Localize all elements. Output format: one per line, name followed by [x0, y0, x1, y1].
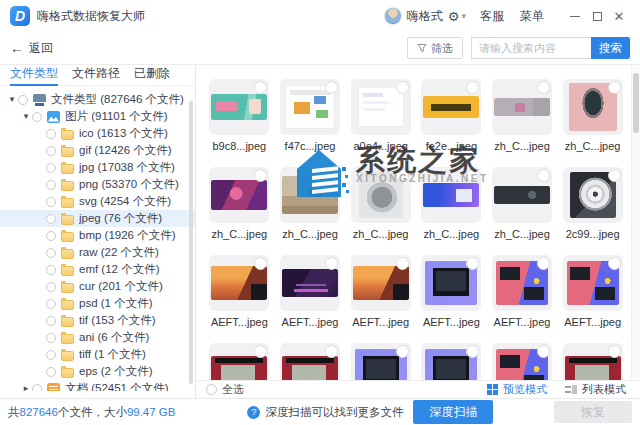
tree-item[interactable]: bmp (1926 个文件)	[0, 227, 195, 244]
file-radio-button[interactable]	[396, 257, 409, 270]
file-card[interactable]	[421, 255, 481, 311]
file-radio-button[interactable]	[466, 169, 479, 182]
tree-radio-button[interactable]	[46, 299, 56, 309]
file-card[interactable]	[351, 255, 411, 311]
back-button[interactable]: ← 返回	[10, 40, 53, 57]
file-card[interactable]	[492, 79, 552, 135]
file-radio-button[interactable]	[537, 169, 550, 182]
file-card[interactable]	[421, 79, 481, 135]
tree-radio-button[interactable]	[46, 265, 56, 275]
file-radio-button[interactable]	[537, 257, 550, 270]
tree-item[interactable]: gif (12426 个文件)	[0, 142, 195, 159]
tree-item[interactable]: cur (201 个文件)	[0, 278, 195, 295]
minimize-button[interactable]	[564, 6, 586, 26]
tree-item[interactable]: tif (153 个文件)	[0, 312, 195, 329]
tree-item[interactable]: jpeg (76 个文件)	[0, 210, 195, 227]
expand-right-icon[interactable]: ▸	[20, 384, 32, 391]
file-card[interactable]	[351, 79, 411, 135]
file-card[interactable]	[209, 79, 269, 135]
search-input[interactable]	[471, 37, 591, 59]
sidebar-scrollbar[interactable]	[189, 101, 193, 384]
tree-radio-button[interactable]	[46, 146, 56, 156]
tree-item[interactable]: ico (1613 个文件)	[0, 125, 195, 142]
file-card[interactable]	[492, 167, 552, 223]
tree-radio-button[interactable]	[46, 316, 56, 326]
tree-radio-button[interactable]	[46, 163, 56, 173]
chevron-down-icon[interactable]: ▾	[461, 11, 466, 21]
tree-radio-button[interactable]	[46, 367, 56, 377]
file-radio-button[interactable]	[466, 345, 479, 358]
tree-item[interactable]: ani (6 个文件)	[0, 329, 195, 346]
file-card[interactable]	[563, 79, 623, 135]
tab-deleted[interactable]: 已删除	[134, 65, 170, 86]
close-button[interactable]: ✕	[608, 6, 630, 26]
file-radio-button[interactable]	[325, 169, 338, 182]
expand-down-icon[interactable]: ▾	[6, 95, 18, 104]
grid-scrollbar-track[interactable]	[631, 65, 640, 380]
file-card[interactable]	[280, 167, 340, 223]
file-card[interactable]	[209, 167, 269, 223]
file-radio-button[interactable]	[254, 81, 267, 94]
file-radio-button[interactable]	[396, 81, 409, 94]
support-link[interactable]: 客服	[480, 8, 504, 25]
tree-radio-button[interactable]	[46, 248, 56, 258]
expand-down-icon[interactable]: ▾	[20, 112, 32, 121]
tree-radio-button[interactable]	[46, 231, 56, 241]
file-radio-button[interactable]	[325, 81, 338, 94]
tree-item[interactable]: raw (22 个文件)	[0, 244, 195, 261]
select-all-radio[interactable]	[206, 384, 217, 395]
tree-radio-button[interactable]	[32, 384, 42, 392]
file-radio-button[interactable]	[325, 257, 338, 270]
tree-item[interactable]: ▾图片 (91101 个文件)	[0, 108, 195, 125]
tree-item[interactable]: tiff (1 个文件)	[0, 346, 195, 363]
tree-item[interactable]: png (53370 个文件)	[0, 176, 195, 193]
list-mode-button[interactable]: 列表模式	[565, 382, 626, 397]
tree-item[interactable]: ▸文档 (52451 个文件)	[0, 380, 195, 391]
file-card[interactable]	[563, 167, 623, 223]
tree-radio-button[interactable]	[32, 112, 42, 122]
file-card[interactable]	[351, 167, 411, 223]
grid-scrollbar-thumb[interactable]	[633, 73, 639, 133]
deep-scan-button[interactable]: 深度扫描	[413, 400, 493, 424]
file-card[interactable]	[563, 255, 623, 311]
tab-file-path[interactable]: 文件路径	[72, 65, 120, 86]
file-card[interactable]	[280, 79, 340, 135]
file-radio-button[interactable]	[396, 169, 409, 182]
tree-item[interactable]: ▾文件类型 (827646 个文件)	[0, 91, 195, 108]
file-radio-button[interactable]	[325, 345, 338, 358]
file-card[interactable]	[492, 255, 552, 311]
tree-item[interactable]: jpg (17038 个文件)	[0, 159, 195, 176]
filter-button[interactable]: 筛选	[407, 37, 463, 59]
file-radio-button[interactable]	[608, 169, 621, 182]
file-card[interactable]	[280, 255, 340, 311]
tree-radio-button[interactable]	[46, 282, 56, 292]
file-radio-button[interactable]	[466, 81, 479, 94]
file-card[interactable]	[209, 255, 269, 311]
tree-radio-button[interactable]	[46, 197, 56, 207]
tree-item[interactable]: emf (12 个文件)	[0, 261, 195, 278]
tree-radio-button[interactable]	[18, 95, 28, 105]
file-radio-button[interactable]	[608, 257, 621, 270]
tree-item[interactable]: eps (2 个文件)	[0, 363, 195, 380]
question-icon[interactable]: ?	[247, 406, 260, 419]
tree-item[interactable]: svg (4254 个文件)	[0, 193, 195, 210]
recover-button[interactable]: 恢复	[554, 401, 632, 423]
tree-radio-button[interactable]	[46, 180, 56, 190]
file-radio-button[interactable]	[537, 81, 550, 94]
search-button[interactable]: 搜索	[591, 37, 630, 59]
menu-link[interactable]: 菜单	[520, 8, 544, 25]
file-radio-button[interactable]	[396, 345, 409, 358]
tab-file-type[interactable]: 文件类型	[10, 65, 58, 86]
file-card[interactable]	[421, 167, 481, 223]
tree-radio-button[interactable]	[46, 214, 56, 224]
tree-radio-button[interactable]	[46, 333, 56, 343]
file-radio-button[interactable]	[608, 81, 621, 94]
select-all-control[interactable]: 全选	[206, 382, 244, 397]
tree-radio-button[interactable]	[46, 350, 56, 360]
maximize-button[interactable]	[586, 6, 608, 26]
username[interactable]: 嗨格式	[407, 8, 443, 25]
preview-mode-button[interactable]: 预览模式	[487, 382, 547, 397]
file-radio-button[interactable]	[466, 257, 479, 270]
tree-item[interactable]: psd (1 个文件)	[0, 295, 195, 312]
file-radio-button[interactable]	[537, 345, 550, 358]
